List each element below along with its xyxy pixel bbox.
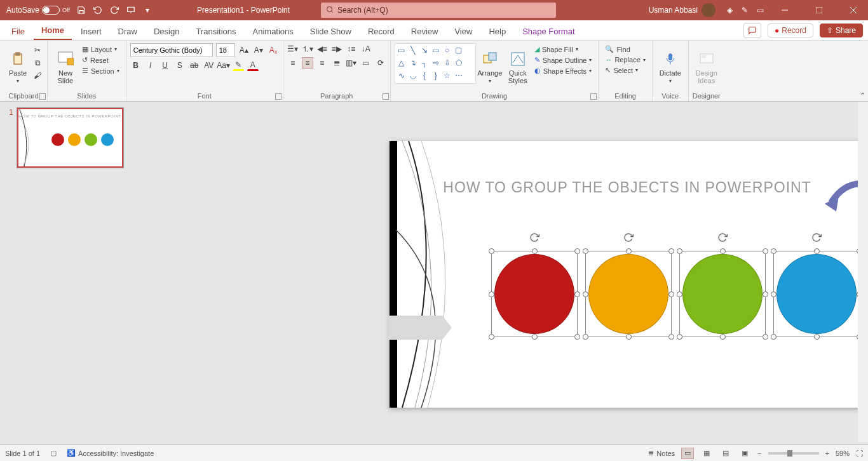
resize-handle[interactable] [720,334,726,340]
resize-handle[interactable] [677,248,682,254]
notes-button[interactable]: ≣Notes [648,449,675,457]
diamond-icon[interactable]: ◈ [724,5,735,15]
shape-effects-button[interactable]: ◐Shape Effects▾ [532,66,595,76]
text-direction-icon[interactable]: ↓A [360,43,372,55]
section-button[interactable]: ☰Section▾ [79,66,122,76]
slideshow-view-icon[interactable]: ▣ [738,448,751,459]
format-painter-icon[interactable]: 🖌 [32,70,43,81]
justify-icon[interactable]: ≣ [331,57,342,69]
tab-transitions[interactable]: Transitions [188,23,243,40]
vertical-scrollbar[interactable] [858,102,868,442]
copy-icon[interactable]: ⧉ [32,57,43,69]
resize-handle[interactable] [763,291,768,297]
shape-fill-button[interactable]: ◢Shape Fill▾ [532,44,595,54]
align-right-icon[interactable]: ≡ [316,57,328,69]
tab-view[interactable]: View [447,23,480,40]
zoom-out-icon[interactable]: − [757,450,761,457]
resize-handle[interactable] [814,248,820,254]
resize-handle[interactable] [677,291,682,297]
resize-handle[interactable] [668,248,674,254]
quick-styles-button[interactable]: Quick Styles [504,43,532,91]
selected-circle-2[interactable] [588,254,668,334]
resize-handle[interactable] [532,334,538,340]
smartart-icon[interactable]: ⟳ [375,57,386,69]
tab-shape-format[interactable]: Shape Format [515,23,582,40]
close-button[interactable] [839,0,868,20]
increase-font-icon[interactable]: A▴ [238,44,250,56]
redo-icon[interactable] [109,5,119,15]
resize-handle[interactable] [583,291,588,297]
shape-outline-button[interactable]: ✎Shape Outline▾ [532,55,595,65]
maximize-button[interactable] [804,0,834,20]
rotate-handle-icon[interactable] [717,232,728,243]
shadow-icon[interactable]: S [174,60,186,71]
case-icon[interactable]: Aa▾ [218,60,229,71]
highlight-icon[interactable]: ✎ [233,60,244,71]
shape-elbow-icon[interactable]: ┐ [419,58,430,68]
resize-handle[interactable] [668,334,674,340]
paragraph-dialog-icon[interactable] [383,93,389,100]
zoom-slider[interactable] [768,452,819,455]
clipboard-dialog-icon[interactable] [39,93,46,100]
shape-brace-icon[interactable]: { [419,70,430,81]
replace-button[interactable]: ↔Replace▾ [602,55,648,64]
tab-file[interactable]: File [4,23,32,40]
resize-handle[interactable] [489,291,494,297]
resize-handle[interactable] [489,248,494,254]
shape-arrow2-icon[interactable]: ⇨ [431,58,441,68]
underline-icon[interactable]: U [159,60,171,71]
resize-handle[interactable] [583,248,588,254]
arrow-shape[interactable] [388,316,452,340]
shape-text-icon[interactable]: ▭ [397,45,407,55]
columns-icon[interactable]: ▥▾ [346,57,357,69]
tab-draw[interactable]: Draw [111,23,145,40]
shape-arc-icon[interactable]: ◡ [408,70,418,81]
slide-canvas[interactable]: HOW TO GROUP THE OBJECTS IN POWERPOINT [390,141,865,408]
tab-slideshow[interactable]: Slide Show [302,23,359,40]
align-left-icon[interactable]: ≡ [287,57,299,69]
zoom-in-icon[interactable]: + [825,450,829,457]
line-spacing-icon[interactable]: ↕≡ [346,43,357,55]
rotate-handle-icon[interactable] [623,232,634,243]
user-account[interactable]: Usman Abbasi [649,3,719,17]
shape-arrow-icon[interactable]: ↘ [419,45,430,55]
spellcheck-icon[interactable]: ▢ [50,449,57,457]
collapse-ribbon-icon[interactable]: ⌃ [860,91,865,100]
accessibility-button[interactable]: ♿ Accessibility: Investigate [67,449,154,457]
outdent-icon[interactable]: ◀≡ [316,43,328,55]
select-button[interactable]: ↖Select▾ [602,65,648,75]
italic-icon[interactable]: I [145,60,156,71]
resize-handle[interactable] [489,334,494,340]
resize-handle[interactable] [626,334,632,340]
drawing-dialog-icon[interactable] [590,93,597,100]
shapes-gallery[interactable]: ▭╲↘▭○▢ △↴┐⇨⇩⬠ ∿◡{}☆⋯ [395,43,476,84]
shape-tri-icon[interactable]: △ [397,58,407,68]
clear-format-icon[interactable]: Aᵪ [268,44,279,56]
shape-star-icon[interactable]: ☆ [442,70,452,81]
align-center-icon[interactable]: ≡ [302,57,313,69]
slide-title[interactable]: HOW TO GROUP THE OBJECTS IN POWERPOINT [390,179,865,196]
resize-handle[interactable] [574,291,580,297]
comments-button[interactable] [743,23,761,38]
normal-view-icon[interactable]: ▭ [681,448,694,459]
rotate-handle-icon[interactable] [811,232,822,243]
indent-icon[interactable]: ≡▶ [331,43,342,55]
selected-circle-4[interactable] [776,254,857,334]
resize-handle[interactable] [574,334,580,340]
resize-handle[interactable] [720,248,726,254]
spacing-icon[interactable]: AV [203,60,215,71]
resize-handle[interactable] [626,248,632,254]
shape-oval-icon[interactable]: ○ [442,45,452,55]
new-slide-button[interactable]: New Slide [51,43,79,91]
font-color-icon[interactable]: A [247,60,259,71]
decrease-font-icon[interactable]: A▾ [253,44,264,56]
minimize-button[interactable] [770,0,799,20]
shape-curve-icon[interactable]: ∿ [397,70,407,81]
shape-line-icon[interactable]: ╲ [408,45,418,55]
share-button[interactable]: ⇧Share [820,23,863,37]
resize-handle[interactable] [771,334,776,340]
shape-roundrect-icon[interactable]: ▢ [454,45,464,55]
paste-button[interactable]: Paste ▾ [4,43,32,91]
shape-penta-icon[interactable]: ⬠ [454,58,464,68]
qat-more-icon[interactable]: ▾ [142,5,153,15]
